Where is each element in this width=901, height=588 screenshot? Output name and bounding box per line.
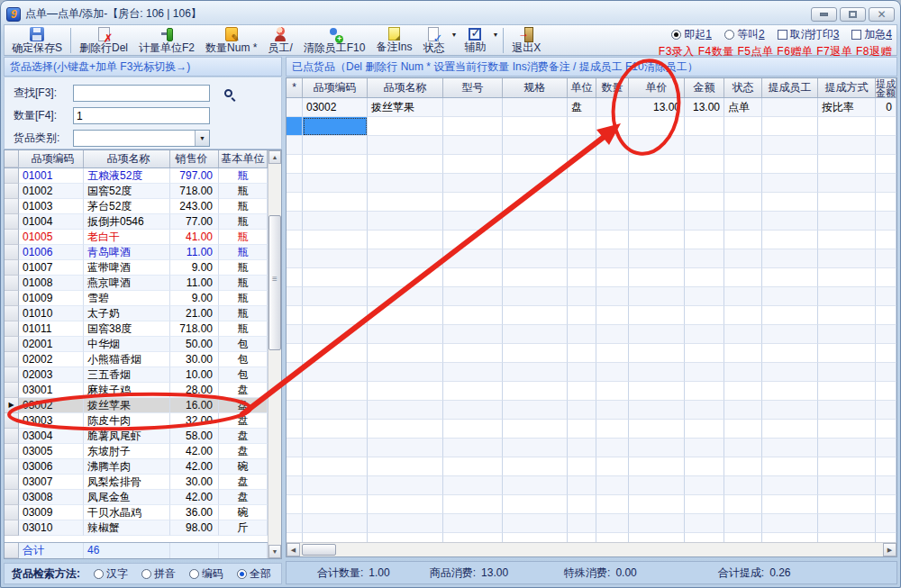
search-mode-全部[interactable]: 全部 — [237, 566, 271, 582]
order-cell — [762, 533, 818, 542]
toolbar: 确定保存S删除行Del计量单位F2数量Num *员工/清除员工F10备注Ins状… — [4, 24, 897, 56]
order-option-3[interactable]: 取消打印3 — [778, 27, 840, 42]
table-row[interactable]: 01003茅台52度243.00瓶 — [5, 199, 268, 214]
category-select[interactable]: ▼ — [73, 130, 210, 147]
toolbar-button-delete-row[interactable]: 删除行Del — [74, 26, 133, 54]
cell-code: 01003 — [19, 199, 84, 214]
cell-name: 沸腾羊肉 — [84, 459, 170, 475]
search-mode-编码[interactable]: 编码 — [189, 566, 223, 582]
checkbox-icon[interactable] — [778, 30, 787, 40]
toolbar-button-exit[interactable]: 退出X — [506, 26, 546, 54]
toolbar-button-note[interactable]: 备注Ins — [370, 26, 417, 53]
table-row[interactable]: 03009干贝水晶鸡36.00碗 — [5, 505, 268, 520]
selected-cell[interactable] — [303, 117, 368, 136]
table-row[interactable]: 02001中华烟50.00包 — [5, 337, 268, 352]
scroll-left-icon[interactable]: ◀ — [287, 543, 300, 556]
product-table-scrollbar[interactable]: ▲ ▼ — [268, 150, 281, 558]
order-cell — [368, 306, 443, 325]
search-mode-拼音[interactable]: 拼音 — [141, 566, 176, 582]
table-row[interactable]: 03010辣椒蟹98.00斤 — [5, 520, 268, 536]
table-row[interactable]: 03008凤尾金鱼42.00盘 — [5, 490, 268, 505]
order-cell — [685, 117, 724, 136]
table-row[interactable]: 03003陈皮牛肉32.00盘 — [5, 413, 268, 429]
status-label: 合计提成: — [718, 566, 764, 579]
order-cell — [368, 401, 443, 420]
checkbox-icon[interactable] — [851, 30, 861, 40]
scroll-down-icon[interactable]: ▼ — [268, 545, 281, 558]
table-row[interactable]: 01010太子奶21.00瓶 — [5, 306, 268, 321]
toolbar-button-employee[interactable]: 员工/ — [262, 26, 297, 54]
order-cell — [724, 268, 762, 287]
radio-icon[interactable] — [237, 569, 247, 579]
table-row[interactable]: 01001五粮液52度797.00瓶 — [5, 168, 268, 184]
order-grid-hscrollbar[interactable]: ◀ ▶ — [287, 542, 896, 556]
order-row-selected[interactable] — [287, 117, 896, 136]
table-row[interactable]: 01002国窖52度718.00瓶 — [5, 184, 268, 199]
order-option-1[interactable]: 即起1 — [671, 27, 712, 42]
scroll-up-icon[interactable]: ▲ — [268, 150, 281, 164]
order-row-empty — [287, 401, 896, 420]
radio-icon[interactable] — [141, 569, 151, 579]
order-cell — [443, 401, 503, 420]
toolbar-button-status[interactable]: 状态 — [417, 26, 450, 54]
order-cell — [303, 344, 368, 363]
cell-code: 01008 — [19, 276, 84, 291]
table-row[interactable]: 03007凤梨烩排骨30.00盘 — [5, 475, 268, 490]
order-cell — [287, 249, 303, 268]
delete-row-icon — [98, 27, 110, 41]
table-row[interactable]: 03005东坡肘子42.00盘 — [5, 444, 268, 459]
cell-name: 雪碧 — [84, 291, 170, 306]
order-cell — [629, 401, 685, 420]
chevron-down-icon[interactable]: ▼ — [195, 131, 209, 146]
minimize-button[interactable] — [811, 7, 837, 22]
scrollbar-thumb[interactable] — [268, 215, 281, 350]
table-row[interactable]: 01005老白干41.00瓶 — [5, 230, 268, 245]
radio-icon[interactable] — [671, 30, 681, 40]
table-row[interactable]: 01009雪碧9.00瓶 — [5, 291, 268, 306]
search-mode-汉字[interactable]: 汉字 — [94, 566, 128, 582]
order-cell — [368, 155, 443, 174]
table-row[interactable]: 03004脆薯凤尾虾58.00盘 — [5, 429, 268, 444]
table-row[interactable]: 01004扳倒井054677.00瓶 — [5, 214, 268, 230]
find-input[interactable] — [73, 85, 210, 102]
table-row[interactable]: 01006青岛啤酒11.00瓶 — [5, 245, 268, 260]
table-row[interactable]: ▶03002拨丝苹果16.00盘 — [5, 398, 268, 413]
cell-code: 03003 — [19, 413, 84, 429]
table-row[interactable]: 02003三五香烟10.00包 — [5, 367, 268, 383]
table-row[interactable]: 01011国窖38度718.00瓶 — [5, 321, 268, 337]
toolbar-button-assist[interactable]: 辅助 — [459, 26, 491, 53]
toolbar-button-save[interactable]: 确定保存S — [6, 26, 68, 54]
order-cell — [685, 249, 724, 268]
cell-code: 01009 — [19, 291, 84, 306]
toolbar-button-measure-unit[interactable]: 计量单位F2 — [133, 26, 200, 54]
order-cell — [368, 533, 443, 542]
radio-icon[interactable] — [189, 569, 199, 579]
order-option-2[interactable]: 等叫2 — [724, 27, 765, 42]
order-cell — [724, 457, 762, 476]
toolbar-button-clear-employee[interactable]: 清除员工F10 — [298, 26, 371, 54]
close-button[interactable]: ✕ — [869, 7, 895, 22]
radio-icon[interactable] — [724, 30, 734, 40]
chevron-down-icon[interactable]: ▼ — [492, 32, 498, 38]
order-cell — [629, 457, 685, 476]
radio-icon[interactable] — [94, 569, 104, 579]
table-row[interactable]: 03001麻辣子鸡28.00盘 — [5, 383, 268, 398]
footer-label: 合计 — [19, 543, 84, 558]
table-row[interactable]: 02002小熊猫香烟30.00包 — [5, 352, 268, 367]
order-cell — [685, 193, 724, 212]
order-option-4[interactable]: 加急4 — [851, 27, 892, 42]
row-header — [5, 367, 19, 383]
search-icon[interactable] — [224, 89, 232, 97]
table-row[interactable]: 01007蓝带啤酒9.00瓶 — [5, 260, 268, 276]
order-cell — [568, 514, 596, 533]
toolbar-button-quantity[interactable]: 数量Num * — [200, 26, 262, 54]
maximize-button[interactable] — [840, 7, 866, 22]
order-row[interactable]: 03002拨丝苹果盘13.0013.00点单按比率0 — [287, 98, 896, 117]
qty-input[interactable] — [73, 107, 210, 124]
table-row[interactable]: 01008燕京啤酒11.00瓶 — [5, 276, 268, 291]
scroll-right-icon[interactable]: ▶ — [883, 543, 896, 556]
chevron-down-icon[interactable]: ▼ — [450, 32, 457, 38]
table-row[interactable]: 03006沸腾羊肉42.00碗 — [5, 459, 268, 475]
order-cell — [629, 420, 685, 439]
hscrollbar-thumb[interactable] — [302, 544, 336, 556]
